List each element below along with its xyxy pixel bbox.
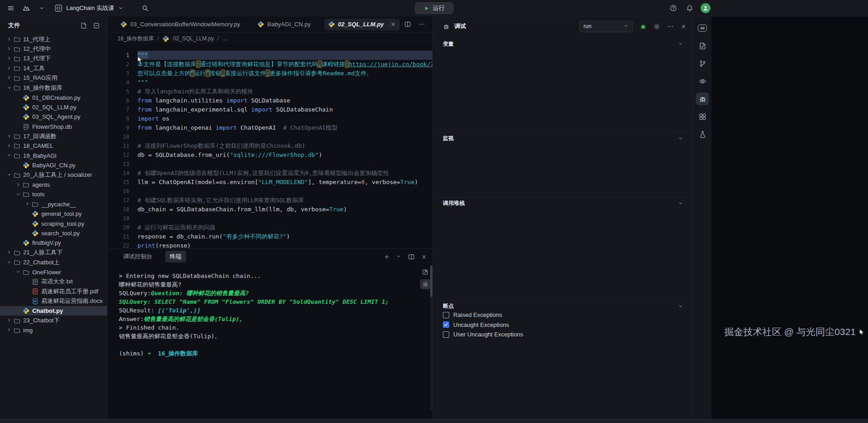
chevron-down-icon[interactable] bbox=[678, 136, 684, 141]
line-number[interactable]: 3 bbox=[108, 69, 137, 78]
chevron-right-icon[interactable] bbox=[5, 250, 13, 255]
terminal-settings-icon[interactable] bbox=[420, 279, 430, 289]
tree-item-file[interactable]: 03_SQL_Agent.py bbox=[0, 112, 107, 122]
tree-item-file[interactable]: scraping_tool.py bbox=[0, 219, 107, 228]
workspace-switcher[interactable]: LangChain 实战课 bbox=[54, 4, 123, 12]
tree-item-file[interactable]: 02_SQL_LLM.py bbox=[0, 102, 107, 112]
hamburger-menu-icon[interactable] bbox=[5, 3, 16, 14]
search-icon[interactable] bbox=[140, 3, 151, 14]
tree-item-folder[interactable]: OneFlower bbox=[0, 267, 107, 277]
line-number[interactable]: 2 bbox=[108, 60, 137, 69]
code-line[interactable]: 2本文件是【连接数据库:通过链和代理查询鲜花信息】章节的配套代码,课程链接:ht… bbox=[108, 60, 432, 69]
chevron-right-icon[interactable] bbox=[5, 46, 13, 52]
code-line[interactable]: 3您可以点击最上方的“运行”按钮,直接运行该文件;更多操作指引请参考Readme… bbox=[108, 69, 432, 78]
line-number[interactable]: 19 bbox=[108, 214, 137, 223]
test-flask-icon[interactable] bbox=[696, 128, 709, 141]
code-line[interactable]: 11# 连接到FlowerShop数据库(之前我们使用的是Chinook.db) bbox=[108, 141, 432, 151]
code-line[interactable]: 4""" bbox=[108, 78, 432, 87]
code-line[interactable]: 10 bbox=[108, 132, 432, 141]
code-line[interactable]: 19 bbox=[108, 214, 432, 223]
editor-tab[interactable]: BabyAGI_CN.py bbox=[254, 19, 314, 30]
tree-item-folder[interactable]: 11_代理上 bbox=[0, 34, 107, 44]
tree-item-file[interactable]: 易速鲜花员工手册.pdf bbox=[0, 287, 107, 296]
chevron-down-icon[interactable] bbox=[15, 269, 22, 275]
chevron-down-icon[interactable] bbox=[5, 172, 13, 178]
tree-item-folder[interactable]: 21_人脉工具下 bbox=[0, 248, 107, 258]
chevron-down-icon[interactable] bbox=[396, 254, 402, 259]
code-line[interactable]: 20# 运行与鲜花运营相关的问题 bbox=[108, 223, 432, 232]
line-number[interactable]: 14 bbox=[108, 169, 137, 178]
code-editor[interactable]: 1"""2本文件是【连接数据库:通过链和代理查询鲜花信息】章节的配套代码,课程链… bbox=[108, 44, 432, 248]
code-line[interactable]: 12db = SQLDatabase.from_uri("sqlite:///F… bbox=[108, 151, 432, 160]
line-number[interactable]: 18 bbox=[108, 205, 137, 214]
chevron-down-icon[interactable] bbox=[5, 153, 13, 158]
code-line[interactable]: 1""" bbox=[108, 51, 432, 60]
preview-eye-icon[interactable] bbox=[696, 75, 709, 88]
split-editor-icon[interactable] bbox=[404, 21, 411, 28]
tree-item-file[interactable]: BabyAGI_CN.py bbox=[0, 160, 107, 170]
tree-item-file[interactable]: 易速鲜花运营指南.docx bbox=[0, 297, 107, 306]
tree-item-folder[interactable]: 23_Chatbot下 bbox=[0, 316, 107, 325]
tree-item-file[interactable]: FlowerShop.db bbox=[0, 122, 107, 131]
open-in-editor-icon[interactable] bbox=[420, 267, 430, 277]
chevron-right-icon[interactable] bbox=[5, 318, 13, 323]
code-line[interactable]: 16 bbox=[108, 187, 432, 196]
extensions-icon[interactable] bbox=[696, 110, 709, 123]
editor-tab[interactable]: 02_SQL_LLM.py bbox=[324, 19, 400, 30]
chevron-right-icon[interactable] bbox=[5, 75, 13, 81]
tree-item-folder[interactable]: 14_工具 bbox=[0, 63, 107, 73]
split-panel-icon[interactable] bbox=[408, 253, 415, 260]
line-number[interactable]: 7 bbox=[108, 105, 137, 114]
code-line[interactable]: 18db_chain = SQLDatabaseChain.from_llm(l… bbox=[108, 205, 432, 214]
ai-assistant-icon[interactable]: AI bbox=[696, 22, 709, 34]
chevron-down-icon[interactable] bbox=[678, 304, 684, 309]
tree-item-folder[interactable]: 22_Chatbot上 bbox=[0, 258, 107, 267]
chevron-down-icon[interactable] bbox=[15, 192, 22, 197]
close-panel-icon[interactable] bbox=[421, 254, 427, 260]
line-number[interactable]: 9 bbox=[108, 123, 137, 132]
debug-section-watch[interactable]: 监视 bbox=[433, 132, 693, 144]
chevron-down-icon[interactable] bbox=[678, 201, 684, 206]
notification-bell-icon[interactable] bbox=[684, 3, 695, 14]
collapse-all-icon[interactable] bbox=[92, 21, 101, 30]
line-number[interactable]: 8 bbox=[108, 114, 137, 123]
line-number[interactable]: 1 bbox=[108, 51, 137, 60]
breadcrumb-more[interactable]: ... bbox=[223, 35, 227, 42]
code-line[interactable]: 8import os bbox=[108, 114, 432, 123]
line-number[interactable]: 11 bbox=[108, 141, 137, 151]
user-avatar[interactable] bbox=[701, 3, 711, 13]
line-number[interactable]: 17 bbox=[108, 196, 137, 205]
tree-item-folder[interactable]: 18_CAMEL bbox=[0, 141, 107, 151]
code-line[interactable]: 9from langchain_openai import ChatOpenAI… bbox=[108, 123, 432, 132]
tree-item-file[interactable]: findbigV.py bbox=[0, 238, 107, 248]
app-logo-icon[interactable] bbox=[21, 3, 32, 14]
source-control-icon[interactable] bbox=[696, 57, 709, 70]
code-line[interactable]: 7from langchain_experimental.sql import … bbox=[108, 105, 432, 114]
breadcrumb-file[interactable]: 02_SQL_LLM.py bbox=[173, 35, 214, 42]
line-number[interactable]: 10 bbox=[108, 132, 137, 141]
debug-section-call-stack[interactable]: 调用堆栈 bbox=[433, 197, 693, 209]
breakpoint-checkbox[interactable] bbox=[443, 321, 449, 328]
terminal-output[interactable]: > Entering new SQLDatabaseChain chain...… bbox=[108, 264, 420, 419]
debug-icon[interactable] bbox=[696, 92, 709, 105]
tree-item-file[interactable]: general_tool.py bbox=[0, 209, 107, 219]
editor-tab[interactable]: 03_ConversationBufferWindowMemory.py bbox=[117, 19, 244, 30]
line-number[interactable]: 21 bbox=[108, 232, 137, 241]
tree-item-folder[interactable]: img bbox=[0, 326, 107, 335]
run-button[interactable]: 运行 bbox=[415, 2, 453, 14]
new-terminal-icon[interactable] bbox=[384, 254, 390, 260]
code-line[interactable]: 21response = db_chain.run("有多少种不同的鲜花?") bbox=[108, 232, 432, 241]
code-line[interactable]: 6from langchain.utilities import SQLData… bbox=[108, 96, 432, 105]
code-line[interactable]: 17# 创建SQL数据库链实例,它允许我们使用LLM来查询SQL数据库 bbox=[108, 196, 432, 205]
tree-item-folder[interactable]: __pycache__ bbox=[0, 199, 107, 209]
chevron-down-icon[interactable] bbox=[678, 41, 684, 47]
chevron-down-icon[interactable] bbox=[5, 85, 13, 91]
tree-item-folder[interactable]: 12_代理中 bbox=[0, 44, 107, 53]
chevron-right-icon[interactable] bbox=[5, 37, 13, 42]
chevron-right-icon[interactable] bbox=[24, 201, 31, 207]
line-number[interactable]: 15 bbox=[108, 178, 137, 187]
tree-item-file[interactable]: Chatbot.py bbox=[0, 306, 107, 316]
debug-section-variables[interactable]: 变量 bbox=[433, 38, 693, 50]
chevron-right-icon[interactable] bbox=[5, 66, 13, 71]
tree-item-file[interactable]: 花语大全.txt bbox=[0, 277, 107, 287]
